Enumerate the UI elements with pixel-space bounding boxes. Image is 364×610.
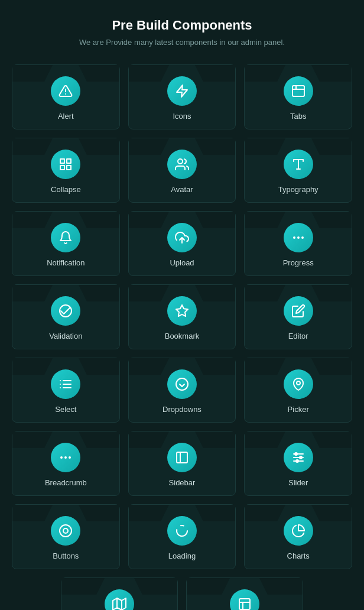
collapse-icon bbox=[51, 150, 80, 179]
breadcrumb-icon bbox=[51, 443, 80, 472]
loading-icon bbox=[167, 516, 197, 546]
component-card-validation[interactable]: Validation bbox=[12, 284, 120, 349]
picker-icon bbox=[284, 369, 313, 399]
component-grid-1: AlertIconsTabs bbox=[12, 64, 352, 129]
component-grid-6: BreadcrumbSidebarSlider bbox=[12, 431, 352, 496]
component-card-loading[interactable]: Loading bbox=[128, 504, 236, 569]
component-card-map[interactable]: Map bbox=[61, 577, 178, 610]
component-card-collapse[interactable]: Collapse bbox=[12, 138, 120, 203]
component-card-typography[interactable]: Typography bbox=[244, 138, 352, 203]
component-card-picker[interactable]: Picker bbox=[244, 358, 352, 423]
component-card-tabs[interactable]: Tabs bbox=[244, 64, 352, 129]
svg-rect-7 bbox=[67, 159, 71, 163]
svg-point-15 bbox=[302, 237, 303, 238]
svg-point-39 bbox=[63, 528, 68, 533]
svg-marker-2 bbox=[177, 85, 187, 97]
component-label-upload: Upload bbox=[170, 258, 194, 267]
map-icon bbox=[105, 589, 134, 610]
svg-rect-8 bbox=[60, 166, 64, 170]
svg-point-25 bbox=[176, 378, 188, 390]
component-card-charts[interactable]: Charts bbox=[244, 504, 352, 569]
svg-point-10 bbox=[178, 159, 183, 164]
svg-point-36 bbox=[300, 456, 302, 459]
chevron-down-icon bbox=[167, 369, 197, 399]
svg-point-16 bbox=[294, 237, 295, 238]
svg-point-26 bbox=[297, 381, 300, 385]
svg-point-38 bbox=[60, 525, 72, 537]
header: Pre Build Components We are Provide many… bbox=[12, 18, 352, 47]
component-label-progress: Progress bbox=[283, 258, 314, 267]
svg-point-14 bbox=[298, 237, 299, 238]
component-card-icons[interactable]: Icons bbox=[128, 64, 236, 129]
component-label-notification: Notification bbox=[47, 258, 84, 267]
alert-icon bbox=[51, 76, 80, 106]
svg-rect-3 bbox=[292, 86, 304, 96]
svg-rect-6 bbox=[60, 159, 64, 163]
component-label-editor: Editor bbox=[288, 332, 308, 340]
component-label-slider: Slider bbox=[288, 478, 308, 487]
component-label-tabs: Tabs bbox=[290, 112, 306, 121]
component-grid-3: NotificationUploadProgress bbox=[12, 211, 352, 276]
component-card-upload[interactable]: Upload bbox=[128, 211, 236, 276]
component-card-dialogs[interactable]: Dialogs bbox=[186, 577, 303, 610]
avatar-icon bbox=[167, 150, 197, 179]
check-icon bbox=[51, 296, 80, 326]
star-icon bbox=[167, 296, 197, 326]
component-label-typography: Typography bbox=[278, 185, 318, 194]
component-label-buttons: Buttons bbox=[53, 551, 79, 560]
component-card-bookmark[interactable]: Bookmark bbox=[128, 284, 236, 349]
svg-point-37 bbox=[296, 460, 298, 462]
component-label-loading: Loading bbox=[168, 551, 196, 560]
component-label-collapse: Collapse bbox=[51, 185, 81, 194]
svg-point-27 bbox=[61, 457, 62, 458]
component-grid-7: MapDialogs bbox=[61, 577, 303, 610]
component-label-bookmark: Bookmark bbox=[165, 332, 200, 340]
svg-rect-9 bbox=[67, 166, 71, 170]
component-card-breadcrumb[interactable]: Breadcrumb bbox=[12, 431, 120, 496]
edit-icon bbox=[284, 296, 313, 326]
page-title: Pre Build Components bbox=[12, 18, 352, 33]
svg-point-35 bbox=[295, 453, 297, 455]
component-card-alert[interactable]: Alert bbox=[12, 64, 120, 129]
typography-icon bbox=[284, 150, 313, 179]
component-card-sidebar[interactable]: Sidebar bbox=[128, 431, 236, 496]
svg-point-29 bbox=[69, 457, 70, 458]
svg-marker-40 bbox=[113, 598, 126, 610]
page-wrapper: Pre Build Components We are Provide many… bbox=[0, 0, 364, 610]
svg-point-28 bbox=[65, 457, 66, 458]
component-label-select: Select bbox=[55, 405, 76, 414]
component-grid-5: SelectDropdownsPicker bbox=[12, 358, 352, 423]
svg-rect-30 bbox=[177, 452, 187, 463]
component-grid-7b: ButtonsLoadingCharts bbox=[12, 504, 352, 569]
component-card-dropdowns[interactable]: Dropdowns bbox=[128, 358, 236, 423]
svg-marker-18 bbox=[176, 305, 188, 316]
component-card-slider[interactable]: Slider bbox=[244, 431, 352, 496]
component-card-select[interactable]: Select bbox=[12, 358, 120, 423]
component-label-avatar: Avatar bbox=[171, 185, 193, 194]
dialogs-icon bbox=[230, 589, 259, 610]
target-icon bbox=[51, 516, 80, 546]
bell-icon bbox=[51, 223, 80, 252]
component-card-editor[interactable]: Editor bbox=[244, 284, 352, 349]
component-label-sidebar: Sidebar bbox=[169, 478, 196, 487]
component-card-buttons[interactable]: Buttons bbox=[12, 504, 120, 569]
svg-rect-43 bbox=[239, 599, 250, 609]
zap-icon bbox=[167, 76, 197, 106]
component-label-charts: Charts bbox=[287, 551, 310, 560]
page-subtitle: We are Provide many latest components in… bbox=[12, 38, 352, 47]
component-label-validation: Validation bbox=[49, 332, 82, 340]
component-label-alert: Alert bbox=[58, 112, 74, 121]
component-card-progress[interactable]: Progress bbox=[244, 211, 352, 276]
component-card-notification[interactable]: Notification bbox=[12, 211, 120, 276]
component-grid-2: CollapseAvatarTypography bbox=[12, 138, 352, 203]
component-card-avatar[interactable]: Avatar bbox=[128, 138, 236, 203]
slider-icon bbox=[284, 443, 313, 472]
tabs-icon bbox=[284, 76, 313, 106]
component-label-dropdowns: Dropdowns bbox=[162, 405, 202, 414]
list-icon bbox=[51, 369, 80, 399]
pie-icon bbox=[284, 516, 313, 546]
component-label-picker: Picker bbox=[288, 405, 309, 414]
upload-icon bbox=[167, 223, 197, 252]
component-grid-4: ValidationBookmarkEditor bbox=[12, 284, 352, 349]
sidebar-icon bbox=[167, 443, 197, 472]
